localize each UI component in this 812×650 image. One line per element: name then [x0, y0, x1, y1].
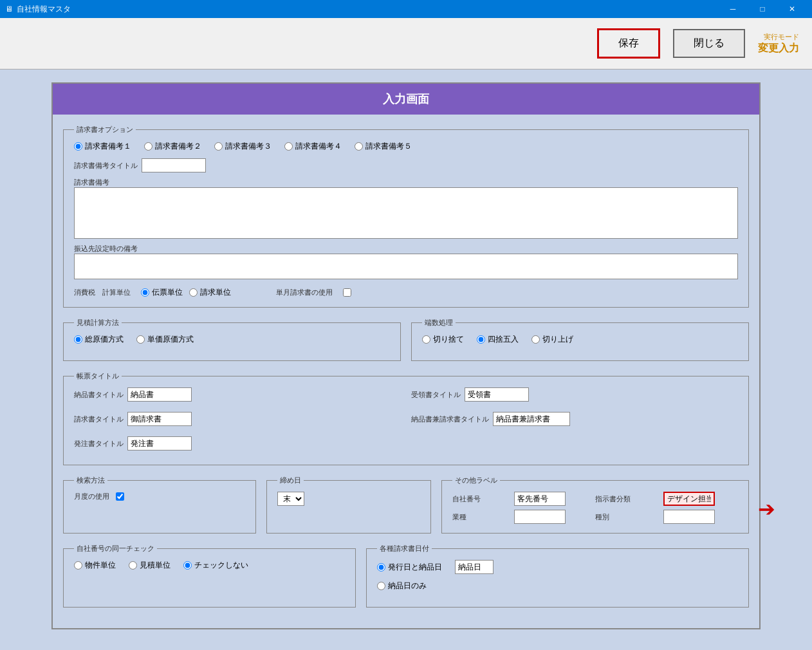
kiriage-radio[interactable] [531, 335, 540, 344]
seikyuu-radio[interactable] [189, 288, 198, 297]
tanka-radio[interactable] [136, 335, 145, 344]
nohinsho-title-input[interactable] [127, 387, 192, 402]
biko3-radio-item: 請求書備考３ [214, 141, 272, 152]
mode-info: 実行モード 変更入力 [758, 32, 799, 55]
biko2-label: 請求書備考２ [155, 141, 201, 152]
bottom-row-1: 検索方法 月度の使用 締め日 上 中 下 末 その [63, 476, 749, 534]
tax-calc-row: 消費税 計算単位 伝票単位 請求単位 単月請求書の使用 [74, 287, 738, 298]
close-date-section: 締め日 上 中 下 末 [266, 476, 431, 534]
search-legend: 検索方法 [74, 476, 107, 485]
monthly-use-checkbox[interactable] [116, 492, 124, 501]
shijisho-input[interactable] [663, 492, 715, 506]
close-date-select[interactable]: 上 中 下 末 [277, 492, 304, 506]
monthly-checkbox[interactable] [343, 288, 351, 297]
biko5-radio-item: 請求書備考５ [355, 141, 412, 152]
biko1-radio-item: 請求書備考１ [74, 141, 131, 152]
monthly-use-label: 月度の使用 [74, 492, 109, 501]
close-button[interactable]: 閉じる [673, 29, 745, 58]
juryosho-title-input[interactable] [465, 387, 529, 402]
tanka-radio-item: 単価原価方式 [136, 334, 194, 345]
nocheck-radio[interactable] [183, 561, 192, 570]
toolbar: 保存 閉じる 実行モード 変更入力 [0, 18, 812, 70]
seikyusho-title-input[interactable] [127, 412, 192, 426]
biko-textarea[interactable] [74, 187, 738, 239]
other-labels-section: その他ラベル 自社番号 指示書分類 業種 種別 ➔ [441, 476, 749, 534]
kirisute-radio[interactable] [422, 335, 430, 344]
biko5-label: 請求書備考５ [365, 141, 412, 152]
hacchuusho-title-input[interactable] [127, 436, 192, 450]
form-container: 入力画面 請求書オプション 請求書備考１ 請求書備考２ [51, 82, 761, 629]
furikomi-label: 振込先設定時の備考 [74, 244, 138, 254]
invoice-options-section: 請求書オプション 請求書備考１ 請求書備考２ 請求書備考３ [63, 125, 749, 308]
hacchuusho-title-row: 発注書タイトル [74, 436, 401, 450]
other-labels-legend: その他ラベル [452, 476, 500, 485]
estimate-method-section: 見積計算方法 総原価方式 単価原価方式 [63, 318, 401, 361]
highlight-arrow: ➔ [758, 497, 775, 521]
furikomi-textarea[interactable] [74, 254, 738, 279]
monthly-label: 単月請求書の使用 [276, 288, 333, 297]
mitsumori-radio[interactable] [129, 561, 137, 570]
shishago-radio[interactable] [477, 335, 485, 344]
nohinsho-ken-label: 納品書兼請求書タイトル [411, 414, 489, 424]
last-row: 自社番号の同一チェック 物件単位 見積単位 チェックしない [63, 544, 749, 618]
busho-label: 物件単位 [85, 560, 116, 571]
fraction-radio-row: 切り捨て 四捨五入 切り上げ [422, 334, 738, 345]
biko2-radio-item: 請求書備考２ [144, 141, 201, 152]
shubetsu-input[interactable] [663, 510, 715, 524]
kirisute-label: 切り捨て [433, 334, 464, 345]
gyoshu-input[interactable] [514, 510, 566, 524]
seikyusho-label: 請求書タイトル [74, 414, 124, 424]
biko4-label: 請求書備考４ [295, 141, 342, 152]
biko-textarea-label: 請求書備考 [74, 178, 109, 187]
empty-title-row [411, 436, 738, 450]
other-labels-grid: 自社番号 指示書分類 業種 種別 [452, 492, 738, 524]
close-date-legend: 締め日 [277, 476, 304, 485]
denpu-radio[interactable] [141, 288, 149, 297]
juryosho-title-row: 受領書タイトル [411, 387, 738, 402]
nohinda-label: 納品日のみ [388, 580, 427, 591]
nohinsho-ken-title-row: 納品書兼請求書タイトル [411, 412, 738, 426]
sogehara-label: 総原価方式 [85, 334, 124, 345]
window-close-button[interactable]: ✕ [777, 0, 807, 18]
furikomi-row: 振込先設定時の備考 [74, 244, 738, 279]
busho-radio[interactable] [74, 561, 82, 570]
seikyuu-radio-item: 請求単位 [189, 287, 231, 298]
kiriage-label: 切り上げ [542, 334, 573, 345]
hakkohi-sub-input[interactable] [455, 560, 494, 574]
window-title: 自社情報マスタ [17, 4, 71, 15]
nohinsho-ken-title-input[interactable] [493, 412, 570, 426]
biko4-radio[interactable] [284, 142, 293, 151]
denpu-radio-item: 伝票単位 [141, 287, 183, 298]
self-check-section: 自社番号の同一チェック 物件単位 見積単位 チェックしない [63, 544, 356, 608]
biko3-label: 請求書備考３ [225, 141, 272, 152]
biko-textarea-row: 請求書備考 [74, 178, 738, 239]
two-col-row: 見積計算方法 総原価方式 単価原価方式 端数処理 [63, 318, 749, 361]
window-controls: ─ □ ✕ [718, 0, 807, 18]
save-button[interactable]: 保存 [597, 28, 660, 59]
hakkohi-label: 発行日と納品日 [388, 562, 442, 573]
biko5-radio[interactable] [355, 142, 363, 151]
biko-title-input[interactable] [142, 158, 206, 172]
sogehara-radio-item: 総原価方式 [74, 334, 124, 345]
gyoshu-label: 業種 [452, 512, 504, 522]
nohinsh-title-row: 納品書タイトル [74, 387, 401, 402]
sogehara-radio[interactable] [74, 335, 82, 344]
nohinda-radio[interactable] [377, 582, 385, 590]
monthly-use-row: 月度の使用 [74, 492, 245, 501]
maximize-button[interactable]: □ [748, 0, 777, 18]
biko3-radio[interactable] [214, 142, 223, 151]
biko-title-row: 請求書備考タイトル [74, 158, 738, 172]
invoice-date-radio-row2: 納品日のみ [377, 580, 738, 591]
invoice-options-legend: 請求書オプション [74, 125, 136, 135]
hakkohi-radio[interactable] [377, 563, 385, 571]
jishan-input[interactable] [514, 492, 566, 506]
biko1-radio[interactable] [74, 142, 82, 151]
minimize-button[interactable]: ─ [718, 0, 748, 18]
shijisho-label: 指示書分類 [595, 494, 654, 504]
biko2-radio[interactable] [144, 142, 152, 151]
hacchuusho-label: 発注書タイトル [74, 439, 124, 449]
kirisute-radio-item: 切り捨て [422, 334, 464, 345]
shishago-label: 四捨五入 [488, 334, 519, 345]
seikyusho-title-row: 請求書タイトル [74, 412, 401, 426]
nocheck-label: チェックしない [194, 560, 248, 571]
